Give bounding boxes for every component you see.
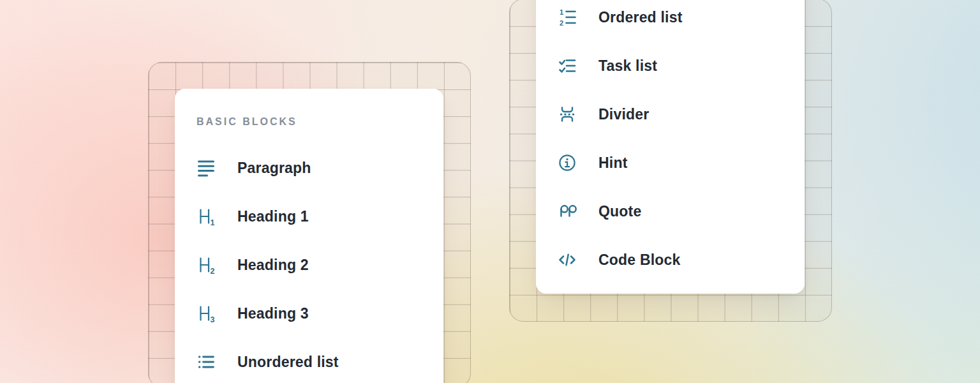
ordered-list-icon: 1 2 — [558, 8, 577, 27]
svg-text:2: 2 — [211, 267, 215, 275]
divider-icon — [558, 105, 577, 124]
menu-item-ordered-list[interactable]: 1 2 Ordered list — [536, 0, 805, 41]
section-header-basic-blocks: BASIC BLOCKS — [197, 114, 443, 130]
unordered-list-icon — [197, 352, 216, 372]
basic-blocks-list: Paragraph 1 Heading 1 2 Head — [175, 144, 443, 383]
menu-item-label: Hint — [598, 154, 628, 172]
menu-item-label: Ordered list — [598, 9, 683, 26]
advanced-blocks-list: 1 2 Ordered list Task list — [536, 0, 805, 284]
code-block-icon — [558, 250, 577, 269]
menu-item-label: Heading 1 — [237, 208, 309, 225]
basic-blocks-menu: BASIC BLOCKS Paragraph 1 Heading 1 — [175, 89, 443, 383]
hint-icon — [558, 153, 577, 172]
menu-item-label: Quote — [598, 203, 641, 220]
svg-text:1: 1 — [560, 8, 563, 16]
menu-item-label: Heading 3 — [237, 305, 309, 322]
task-list-icon — [558, 56, 577, 75]
svg-text:2: 2 — [560, 19, 563, 27]
menu-item-heading-1[interactable]: 1 Heading 1 — [175, 192, 443, 241]
page-background: BASIC BLOCKS Paragraph 1 Heading 1 — [0, 0, 980, 383]
menu-item-divider[interactable]: Divider — [536, 90, 805, 139]
heading-2-icon: 2 — [197, 255, 216, 274]
menu-item-label: Heading 2 — [237, 257, 309, 274]
menu-item-label: Unordered list — [237, 354, 339, 371]
quote-icon — [558, 202, 577, 221]
menu-item-paragraph[interactable]: Paragraph — [175, 144, 443, 192]
menu-item-code-block[interactable]: Code Block — [536, 236, 805, 284]
paragraph-icon — [197, 158, 216, 177]
heading-3-icon: 3 — [197, 304, 216, 323]
menu-item-task-list[interactable]: Task list — [536, 41, 805, 90]
menu-item-label: Task list — [598, 57, 657, 75]
heading-1-icon: 1 — [197, 207, 216, 226]
menu-item-hint[interactable]: Hint — [536, 139, 805, 187]
menu-item-heading-3[interactable]: 3 Heading 3 — [175, 289, 443, 338]
menu-item-quote[interactable]: Quote — [536, 187, 805, 236]
menu-item-label: Paragraph — [237, 160, 311, 177]
menu-item-unordered-list[interactable]: Unordered list — [175, 338, 443, 383]
advanced-blocks-menu: 1 2 Ordered list Task list — [536, 0, 805, 294]
menu-item-heading-2[interactable]: 2 Heading 2 — [175, 241, 443, 289]
menu-item-label: Divider — [598, 106, 649, 123]
svg-text:3: 3 — [211, 315, 215, 324]
menu-item-label: Code Block — [598, 252, 681, 269]
svg-text:1: 1 — [211, 218, 215, 227]
